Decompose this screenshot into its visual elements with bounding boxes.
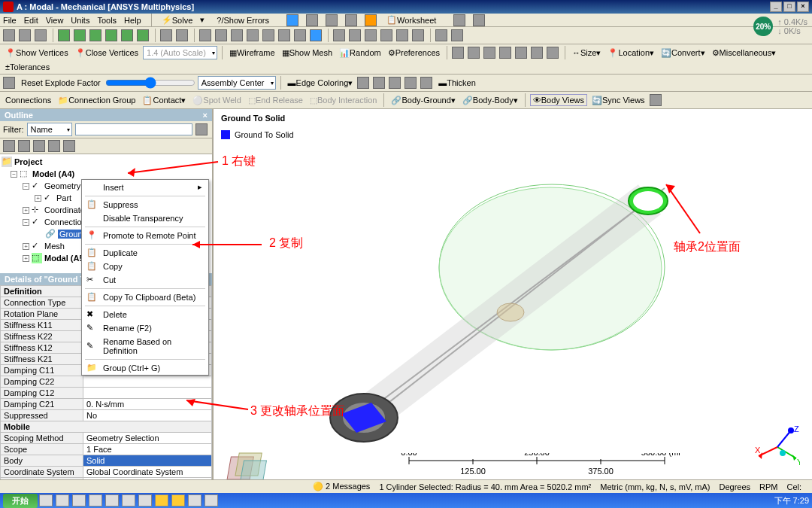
tool-icon[interactable] <box>326 14 338 26</box>
location-button[interactable]: 📍Location ▾ <box>605 47 656 59</box>
connection-group-button[interactable]: 📁Connection Group <box>56 95 138 106</box>
preferences-button[interactable]: ⚙Preferences <box>386 47 442 59</box>
tool-icon[interactable] <box>380 29 392 41</box>
tool-icon[interactable] <box>333 29 345 41</box>
tool-icon[interactable] <box>515 47 527 59</box>
taskbar-icon[interactable] <box>155 494 168 506</box>
zoom-icon[interactable] <box>278 29 290 41</box>
tool-icon[interactable] <box>531 47 543 59</box>
maximize-button[interactable]: □ <box>783 2 795 12</box>
tool-icon[interactable] <box>473 14 485 26</box>
taskbar-icon[interactable] <box>205 494 218 506</box>
tool-icon[interactable] <box>365 14 377 26</box>
collapse-icon[interactable] <box>18 140 30 152</box>
tool-icon[interactable] <box>389 77 401 89</box>
zoom-icon[interactable] <box>262 29 274 41</box>
tool-icon[interactable] <box>483 47 495 59</box>
viewport[interactable]: Ground To Solid Ground To Solid 0.00 250… <box>214 109 812 508</box>
menu-help[interactable]: Help <box>124 16 141 25</box>
rotate-icon[interactable] <box>215 29 227 41</box>
show-vertices-button[interactable]: 📍Show Vertices <box>3 47 71 59</box>
size-button[interactable]: ↔Size ▾ <box>570 47 603 59</box>
tool-icon[interactable] <box>365 29 377 41</box>
tool-icon[interactable] <box>48 140 60 152</box>
taskbar-icon[interactable] <box>89 494 102 506</box>
filter-input[interactable] <box>75 123 193 135</box>
ctx-cut[interactable]: ✂Cut <box>82 273 208 287</box>
sync-views-button[interactable]: 🔄Sync Views <box>589 95 647 106</box>
convert-button[interactable]: 🔄Convert ▾ <box>659 47 707 59</box>
tool-icon[interactable] <box>420 77 432 89</box>
taskbar-icon[interactable] <box>122 494 135 506</box>
worksheet-button[interactable]: 📋Worksheet <box>384 14 446 26</box>
misc-button[interactable]: ⚙Miscellaneous ▾ <box>710 47 779 59</box>
taskbar-icon[interactable] <box>72 494 86 506</box>
assembly-dropdown[interactable]: Assembly Center <box>198 76 276 90</box>
tool-icon[interactable] <box>349 29 361 41</box>
tool-icon[interactable] <box>547 47 559 59</box>
taskbar-icon[interactable] <box>188 494 201 506</box>
taskbar-icon[interactable] <box>138 494 152 506</box>
tree-project[interactable]: 📁Project <box>2 156 211 168</box>
ctx-delete[interactable]: ✖Delete <box>82 308 208 321</box>
scale-dropdown[interactable]: 1.4 (Auto Scale) <box>143 46 217 59</box>
zoom-icon[interactable] <box>199 29 211 41</box>
tool-icon[interactable] <box>451 29 463 41</box>
zoom-icon[interactable] <box>247 29 259 41</box>
fit-icon[interactable] <box>294 29 306 41</box>
taskbar-icon[interactable] <box>171 494 185 506</box>
triad-icon[interactable]: Y X Z <box>755 424 800 470</box>
tool-icon[interactable] <box>435 29 447 41</box>
ctx-rename[interactable]: ✎Rename (F2) <box>82 321 208 335</box>
close-panel-icon[interactable]: × <box>203 111 208 120</box>
tool-icon[interactable] <box>137 29 149 41</box>
tool-icon[interactable] <box>58 29 70 41</box>
explode-slider[interactable] <box>105 77 195 89</box>
ctx-copy[interactable]: 📋Copy <box>82 260 208 273</box>
view-icon[interactable] <box>310 29 322 41</box>
body-body-button[interactable]: 🔗Body-Body ▾ <box>460 95 520 106</box>
show-errors-button[interactable]: ?/Show Errors <box>214 15 279 26</box>
tolerances-button[interactable]: ±Tolerances <box>3 62 52 72</box>
tool-icon[interactable] <box>396 29 408 41</box>
tool-icon[interactable] <box>345 14 357 26</box>
taskbar-icon[interactable] <box>56 494 69 506</box>
ctx-duplicate[interactable]: 📋Duplicate <box>82 246 208 260</box>
ctx-disable-transparency[interactable]: Disable Transparency <box>82 211 208 225</box>
minimize-button[interactable]: _ <box>770 2 782 12</box>
tool-icon[interactable] <box>404 77 417 89</box>
solve-button[interactable]: ⚡Solve ▾ <box>159 14 208 26</box>
menu-file[interactable]: File <box>3 16 17 25</box>
tool-icon[interactable] <box>373 77 385 89</box>
tool-icon[interactable] <box>650 94 662 106</box>
status-messages[interactable]: 2 Messages <box>326 482 370 491</box>
menu-view[interactable]: View <box>46 16 64 25</box>
body-views-button[interactable]: 👁Body Views <box>530 94 587 106</box>
ctx-group[interactable]: 📁Group (Ctrl+ G) <box>82 361 208 375</box>
tool-icon[interactable] <box>74 29 86 41</box>
taskbar-icon[interactable] <box>39 494 53 506</box>
filter-icon[interactable] <box>195 123 208 135</box>
tool-icon[interactable] <box>3 29 15 41</box>
tree-model[interactable]: −⬚Model (A4) <box>2 168 211 180</box>
tool-icon[interactable] <box>63 140 75 152</box>
tool-icon[interactable] <box>499 47 511 59</box>
tool-icon[interactable] <box>176 29 188 41</box>
connections-button[interactable]: Connections <box>3 95 53 105</box>
tool-icon[interactable] <box>468 47 480 59</box>
tool-icon[interactable] <box>306 14 318 26</box>
tool-icon[interactable] <box>89 29 102 41</box>
body-ground-button[interactable]: 🔗Body-Ground ▾ <box>389 95 457 106</box>
close-vertices-button[interactable]: 📍Close Vertices <box>73 47 141 59</box>
thicken-button[interactable]: ▬Thicken <box>436 78 478 88</box>
menu-tools[interactable]: Tools <box>97 16 117 25</box>
tool-icon[interactable] <box>3 77 15 89</box>
random-button[interactable]: 📊Random <box>337 47 383 59</box>
contact-button[interactable]: 📋Contact ▾ <box>140 95 188 106</box>
pan-icon[interactable] <box>231 29 243 41</box>
expand-icon[interactable] <box>3 140 15 152</box>
close-button[interactable]: × <box>797 2 809 12</box>
tool-icon[interactable] <box>35 29 47 41</box>
ctx-rename-definition[interactable]: ✎Rename Based on Definition <box>82 335 208 357</box>
menu-edit[interactable]: Edit <box>24 16 38 25</box>
